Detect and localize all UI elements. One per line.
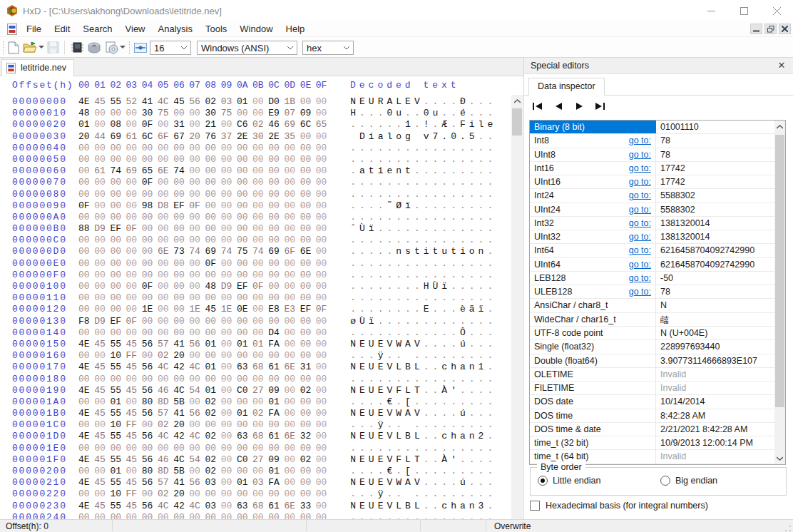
decoded-char[interactable]: 1: [405, 119, 414, 130]
decoded-char[interactable]: F: [396, 385, 405, 396]
hex-byte[interactable]: 00: [268, 292, 284, 304]
hex-byte[interactable]: 00: [316, 327, 332, 339]
hex-byte[interactable]: 00: [189, 270, 205, 281]
decoded-char[interactable]: .: [369, 119, 378, 130]
hex-byte[interactable]: 00: [78, 466, 94, 477]
decoded-char[interactable]: .: [479, 477, 488, 488]
decoded-char[interactable]: c: [441, 431, 451, 441]
decoded-char[interactable]: U: [369, 339, 378, 349]
hex-byte[interactable]: 00: [173, 443, 189, 454]
hex-byte[interactable]: 00: [110, 304, 126, 315]
decoded-char[interactable]: .: [441, 143, 451, 153]
goto-link[interactable]: go to:: [598, 232, 651, 242]
decoded-char[interactable]: .: [405, 281, 414, 292]
decoded-char[interactable]: h: [451, 362, 460, 372]
hex-byte[interactable]: 00: [284, 397, 300, 408]
hex-byte[interactable]: 37: [221, 131, 237, 143]
decoded-char[interactable]: N: [350, 501, 359, 511]
decoded-char[interactable]: n: [469, 431, 479, 441]
decoded-char[interactable]: Ô: [460, 327, 469, 338]
decoded-char[interactable]: .: [424, 177, 433, 188]
decoded-char[interactable]: .: [487, 177, 496, 188]
decoded-char[interactable]: .: [479, 189, 488, 200]
hex-byte[interactable]: 00: [237, 154, 252, 165]
hex-byte[interactable]: 00: [237, 200, 252, 212]
decoded-char[interactable]: .: [479, 154, 488, 165]
hex-byte[interactable]: 00: [142, 419, 158, 431]
decoded-char[interactable]: .: [369, 258, 378, 269]
decoded-char[interactable]: .: [350, 235, 359, 245]
decoded-char[interactable]: u: [433, 108, 442, 118]
decoded-char[interactable]: .: [479, 281, 488, 292]
decoded-char[interactable]: .: [487, 165, 496, 176]
decoded-char[interactable]: [405, 488, 414, 499]
inspector-row[interactable]: UTF-8 code pointN (U+004E): [530, 327, 774, 340]
hex-byte[interactable]: 74: [221, 246, 237, 257]
hex-byte[interactable]: 00: [221, 258, 237, 270]
hex-byte[interactable]: 00: [237, 350, 252, 362]
decoded-char[interactable]: .: [414, 108, 424, 118]
decoded-char[interactable]: .: [487, 96, 496, 107]
first-byte-button[interactable]: [531, 100, 544, 113]
hex-byte[interactable]: 00: [158, 235, 173, 246]
decoded-text[interactable]: ....€.[.........: [350, 397, 496, 408]
decoded-char[interactable]: .: [469, 270, 479, 280]
hex-byte[interactable]: 33: [300, 501, 316, 512]
decoded-char[interactable]: .: [451, 165, 460, 176]
hex-byte[interactable]: 00: [268, 374, 284, 385]
decoded-char[interactable]: .: [433, 316, 442, 327]
hex-byte[interactable]: 01: [268, 466, 284, 477]
hex-byte[interactable]: 61: [268, 431, 284, 442]
hex-byte[interactable]: 00: [316, 246, 332, 257]
decoded-char[interactable]: .: [350, 304, 359, 314]
decoded-char[interactable]: a: [460, 362, 469, 372]
hex-byte[interactable]: 00: [237, 316, 252, 327]
decoded-char[interactable]: .: [414, 165, 424, 176]
decoded-char[interactable]: .: [451, 477, 460, 488]
decoded-char[interactable]: h: [451, 501, 460, 511]
hex-byte[interactable]: E3: [284, 304, 300, 315]
hex-byte[interactable]: 00: [173, 235, 189, 246]
hex-byte[interactable]: 00: [94, 108, 110, 119]
decoded-char[interactable]: .: [433, 362, 442, 372]
hex-byte[interactable]: 4C: [173, 454, 189, 466]
decoded-char[interactable]: Ø: [396, 200, 405, 211]
hex-byte[interactable]: 02: [205, 454, 221, 466]
decoded-char[interactable]: .: [359, 350, 369, 361]
hex-byte[interactable]: 00: [300, 443, 316, 454]
hex-byte[interactable]: 00: [300, 477, 316, 488]
hex-byte[interactable]: 00: [252, 235, 268, 246]
decoded-char[interactable]: ï: [405, 200, 414, 211]
inspector-row[interactable]: DOS time8:42:28 AM: [530, 409, 774, 423]
decoded-char[interactable]: A: [387, 96, 396, 107]
decoded-char[interactable]: Ù: [359, 316, 369, 327]
hex-byte[interactable]: 00: [284, 316, 300, 327]
decoded-char[interactable]: .: [460, 223, 469, 234]
decoded-text[interactable]: H...0u..0u..é...: [350, 108, 496, 119]
decoded-char[interactable]: .: [424, 397, 433, 407]
hex-byte[interactable]: 00: [300, 397, 316, 408]
decoded-char[interactable]: E: [378, 454, 387, 465]
decoded-char[interactable]: .: [350, 350, 359, 361]
hex-byte[interactable]: 00: [173, 212, 189, 223]
decoded-char[interactable]: .: [359, 108, 369, 118]
hex-byte[interactable]: 00: [221, 385, 237, 397]
hex-byte[interactable]: 61: [268, 362, 284, 373]
hex-byte[interactable]: 00: [221, 327, 237, 339]
hex-byte[interactable]: 02: [300, 454, 316, 466]
hex-byte[interactable]: 00: [158, 281, 173, 292]
decoded-char[interactable]: V: [414, 339, 424, 349]
decoded-char[interactable]: e: [387, 165, 396, 176]
decoded-char[interactable]: .: [460, 397, 469, 407]
hex-byte[interactable]: 00: [78, 258, 94, 270]
hex-byte[interactable]: 00: [284, 154, 300, 165]
decoded-char[interactable]: .: [378, 200, 387, 211]
decoded-char[interactable]: .: [424, 154, 433, 165]
decoded-char[interactable]: .: [396, 177, 405, 188]
decoded-char[interactable]: T: [414, 385, 424, 396]
decoded-char[interactable]: !: [424, 119, 433, 130]
decoded-char[interactable]: R: [378, 96, 387, 107]
decoded-char[interactable]: t: [405, 165, 414, 176]
decoded-char[interactable]: ú: [460, 408, 469, 419]
goto-link[interactable]: go to:: [598, 163, 651, 173]
